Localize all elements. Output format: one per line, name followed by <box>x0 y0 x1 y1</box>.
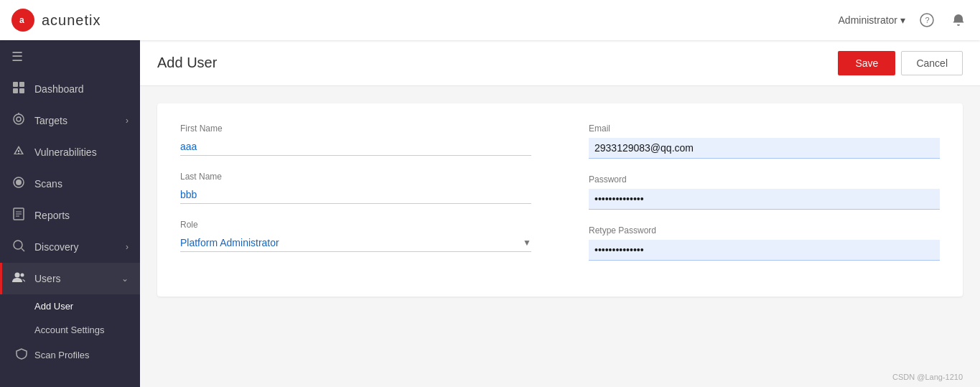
scan-profiles-icon <box>14 348 29 362</box>
add-user-sub-label: Add User <box>34 301 73 312</box>
sidebar-item-dashboard[interactable]: Dashboard <box>0 73 140 105</box>
svg-line-18 <box>22 248 24 251</box>
content-area: Add User Save Cancel First Name Las <box>140 40 980 387</box>
targets-icon <box>11 113 26 129</box>
role-label: Role <box>180 220 531 230</box>
form-card: First Name Last Name Role Platform Adm <box>157 103 963 297</box>
role-select[interactable]: Platform Administrator Consultant Viewer <box>180 234 531 251</box>
svg-rect-6 <box>13 88 18 93</box>
sidebar-toggle[interactable]: ☰ <box>0 40 140 73</box>
svg-point-9 <box>17 117 21 121</box>
chevron-down-icon-users: ⌄ <box>121 274 129 284</box>
header-actions: Save Cancel <box>838 51 963 75</box>
retype-password-label: Retype Password <box>589 225 940 236</box>
sidebar-item-label-discovery: Discovery <box>34 241 117 253</box>
save-button[interactable]: Save <box>838 51 895 75</box>
form-left-column: First Name Last Name Role Platform Adm <box>180 123 531 276</box>
sidebar-item-label-scans: Scans <box>34 178 129 190</box>
form-wrapper: First Name Last Name Role Platform Adm <box>140 86 980 367</box>
navbar: a acunetix Administrator ▾ ? <box>0 0 980 40</box>
last-name-group: Last Name <box>180 172 531 204</box>
sidebar: ☰ Dashboard Targets › Vulnerabilities <box>0 40 140 387</box>
retype-password-input[interactable] <box>589 240 940 261</box>
discovery-icon <box>11 239 26 255</box>
sidebar-item-label-vulnerabilities: Vulnerabilities <box>34 146 129 158</box>
account-settings-sub-label: Account Settings <box>34 325 105 335</box>
sidebar-item-users[interactable]: Users ⌄ <box>0 263 140 294</box>
sidebar-item-discovery[interactable]: Discovery › <box>0 231 140 263</box>
sidebar-item-reports[interactable]: Reports <box>0 200 140 231</box>
svg-point-19 <box>15 273 20 278</box>
sidebar-item-label-reports: Reports <box>34 210 129 221</box>
scans-icon <box>11 176 26 192</box>
last-name-label: Last Name <box>180 172 531 182</box>
first-name-input[interactable] <box>180 138 531 156</box>
sidebar-item-targets[interactable]: Targets › <box>0 105 140 136</box>
svg-text:a: a <box>19 15 24 25</box>
sidebar-sub-item-add-user[interactable]: Add User <box>0 294 140 318</box>
last-name-input[interactable] <box>180 186 531 204</box>
admin-menu-button[interactable]: Administrator ▾ <box>839 14 905 26</box>
scan-profiles-sub-label: Scan Profiles <box>34 350 90 360</box>
sidebar-sub-item-account-settings[interactable]: Account Settings <box>0 318 140 342</box>
footer-note-text: CSDN @Lang-1210 <box>892 373 963 381</box>
svg-point-17 <box>14 241 22 249</box>
svg-point-8 <box>14 114 24 124</box>
dashboard-icon <box>11 81 26 97</box>
email-input[interactable] <box>589 138 940 159</box>
password-input[interactable] <box>589 189 940 210</box>
cancel-button[interactable]: Cancel <box>901 51 963 75</box>
svg-text:?: ? <box>925 16 930 24</box>
svg-rect-4 <box>13 82 18 87</box>
help-button[interactable]: ? <box>917 10 937 30</box>
reports-icon <box>11 208 26 223</box>
retype-password-group: Retype Password <box>589 225 940 261</box>
sidebar-item-label-dashboard: Dashboard <box>34 83 129 95</box>
form-right-column: Email Password Retype Password <box>589 123 940 276</box>
notifications-button[interactable] <box>948 10 969 30</box>
navbar-left: a acunetix <box>11 9 101 32</box>
vulnerabilities-icon <box>11 144 26 160</box>
logo-text: acunetix <box>42 12 101 29</box>
sidebar-item-vulnerabilities[interactable]: Vulnerabilities <box>0 136 140 168</box>
svg-point-12 <box>16 179 22 185</box>
password-group: Password <box>589 174 940 210</box>
svg-point-20 <box>21 274 24 277</box>
chevron-down-icon: ▾ <box>900 14 905 26</box>
sidebar-item-label-users: Users <box>34 273 113 284</box>
email-label: Email <box>589 123 940 134</box>
logo-icon: a <box>11 9 34 32</box>
navbar-right: Administrator ▾ ? <box>839 10 969 30</box>
password-label: Password <box>589 174 940 185</box>
first-name-group: First Name <box>180 123 531 156</box>
svg-rect-7 <box>19 88 24 93</box>
footer-note: CSDN @Lang-1210 <box>140 367 980 387</box>
chevron-right-icon-discovery: › <box>126 242 129 252</box>
page-title: Add User <box>157 55 217 71</box>
sidebar-item-scans[interactable]: Scans <box>0 168 140 200</box>
svg-rect-5 <box>19 82 24 87</box>
role-group: Role Platform Administrator Consultant V… <box>180 220 531 252</box>
admin-label: Administrator <box>839 14 897 26</box>
first-name-label: First Name <box>180 123 531 134</box>
sidebar-item-label-targets: Targets <box>34 115 117 126</box>
role-select-wrapper: Platform Administrator Consultant Viewer… <box>180 234 531 252</box>
email-group: Email <box>589 123 940 159</box>
sidebar-sub-item-scan-profiles[interactable]: Scan Profiles <box>0 342 140 368</box>
users-icon <box>11 271 26 286</box>
chevron-right-icon: › <box>126 116 129 126</box>
main-layout: ☰ Dashboard Targets › Vulnerabilities <box>0 40 980 387</box>
page-header: Add User Save Cancel <box>140 40 980 86</box>
